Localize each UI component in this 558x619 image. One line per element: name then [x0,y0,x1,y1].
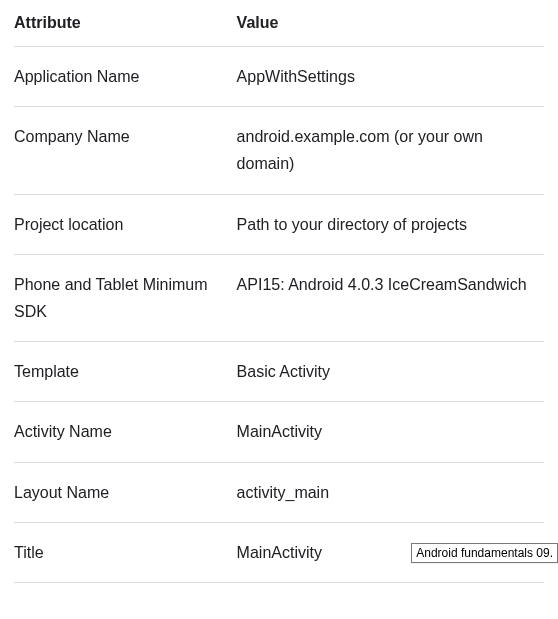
cell-value: android.example.com (or your own domain) [237,107,544,194]
cell-value: Basic Activity [237,342,544,402]
table-row: Phone and Tablet Minimum SDK API15: Andr… [14,254,544,341]
attributes-table: Attribute Value Application Name AppWith… [14,0,544,583]
cell-attribute: Project location [14,194,237,254]
cell-value: Path to your directory of projects [237,194,544,254]
header-value: Value [237,0,544,47]
cell-attribute: Phone and Tablet Minimum SDK [14,254,237,341]
table-row: Company Name android.example.com (or you… [14,107,544,194]
cell-attribute: Activity Name [14,402,237,462]
table-header-row: Attribute Value [14,0,544,47]
cell-attribute: Title [14,522,237,582]
header-attribute: Attribute [14,0,237,47]
page: Attribute Value Application Name AppWith… [0,0,558,619]
cell-value: API15: Android 4.0.3 IceCreamSandwich [237,254,544,341]
cell-value: MainActivity [237,402,544,462]
cell-value: AppWithSettings [237,47,544,107]
cell-attribute: Template [14,342,237,402]
table-row: Template Basic Activity [14,342,544,402]
cell-attribute: Application Name [14,47,237,107]
table-row: Activity Name MainActivity [14,402,544,462]
link-tooltip: Android fundamentals 09. [411,543,558,563]
cell-attribute: Layout Name [14,462,237,522]
cell-attribute: Company Name [14,107,237,194]
table-row: Application Name AppWithSettings [14,47,544,107]
table-row: Project location Path to your directory … [14,194,544,254]
cell-value: activity_main [237,462,544,522]
table-row: Layout Name activity_main [14,462,544,522]
